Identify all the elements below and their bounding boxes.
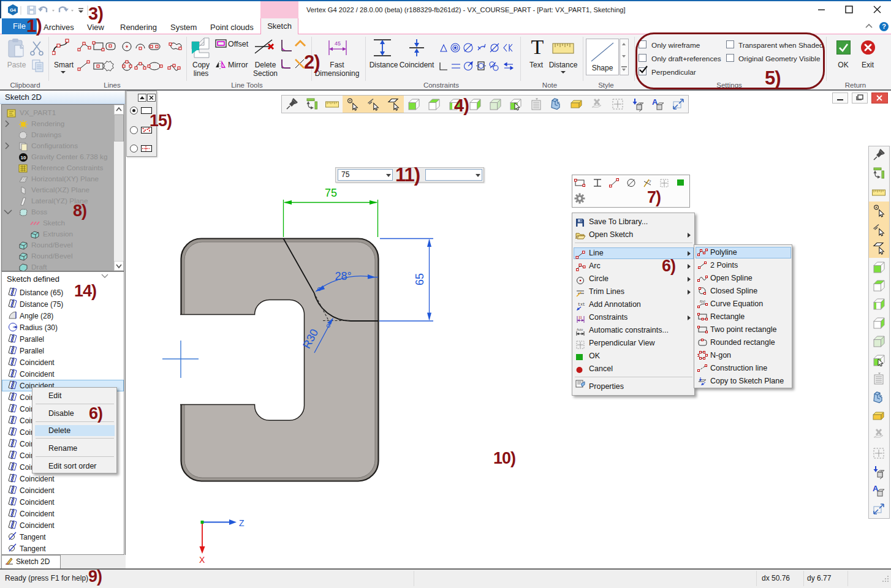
svg-text:75: 75 — [325, 187, 337, 199]
svg-text:Z: Z — [239, 518, 245, 528]
svg-text:txt: txt — [578, 303, 585, 307]
svg-text:65: 65 — [414, 273, 426, 285]
svg-text:11: 11 — [578, 315, 582, 319]
svg-text:28°: 28° — [335, 270, 351, 282]
svg-text:Auto: Auto — [577, 328, 583, 331]
svg-text:10: 10 — [21, 155, 26, 160]
svg-text:G4: G4 — [10, 7, 17, 13]
svg-text:X: X — [199, 555, 205, 565]
svg-text:?: ? — [648, 179, 651, 184]
svg-text:f(x): f(x) — [700, 300, 705, 303]
svg-text:45: 45 — [335, 40, 341, 47]
